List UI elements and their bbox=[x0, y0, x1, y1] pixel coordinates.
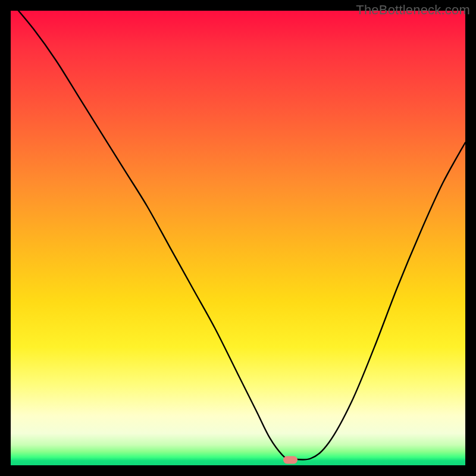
plot-area bbox=[11, 11, 465, 465]
chart-frame: TheBottleneck.com bbox=[0, 0, 476, 476]
bottleneck-curve bbox=[11, 11, 465, 460]
curve-layer bbox=[11, 11, 465, 465]
optimal-point-marker bbox=[283, 456, 298, 464]
watermark-text: TheBottleneck.com bbox=[356, 2, 470, 18]
